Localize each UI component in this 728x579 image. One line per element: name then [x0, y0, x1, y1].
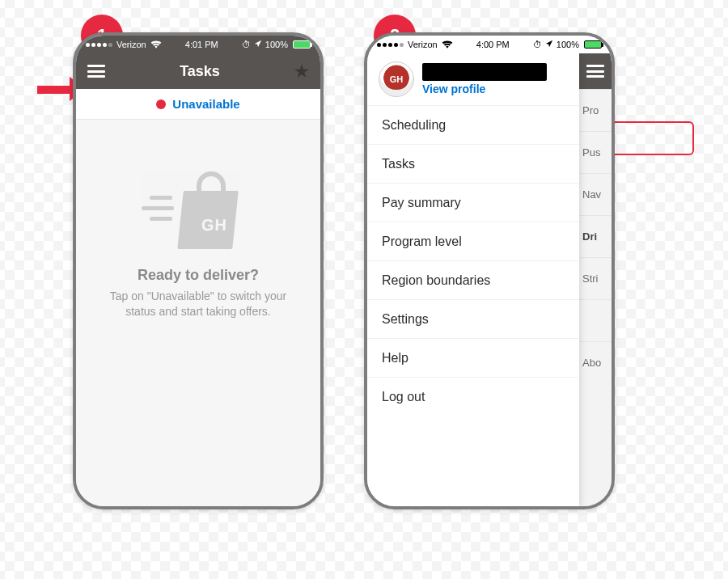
drawer-item-log-out[interactable]: Log out	[367, 377, 579, 416]
bag-illustration-icon: GH	[142, 168, 255, 249]
peek-item: Pro	[579, 89, 612, 131]
hamburger-icon[interactable]	[87, 65, 105, 78]
profile-row[interactable]: GH View profile	[367, 53, 579, 105]
battery-pct: 100%	[557, 40, 579, 49]
signal-icon	[377, 43, 404, 47]
peek-item: Dri	[579, 215, 612, 257]
username-redacted	[422, 63, 547, 81]
carrier-label: Verizon	[408, 40, 438, 49]
phone-drawer-open: Verizon 4:00 PM ⏱ 100% ProPu	[364, 32, 615, 509]
drawer-menu: SchedulingTasksPay summaryProgram levelR…	[367, 105, 579, 416]
drawer-item-help[interactable]: Help	[367, 338, 579, 377]
avatar: GH	[379, 61, 414, 97]
clock: 4:00 PM	[476, 40, 510, 49]
nav-drawer: GH View profile SchedulingTasksPay summa…	[367, 53, 579, 506]
signal-icon	[86, 43, 112, 47]
cta-title: Ready to deliver?	[138, 267, 259, 284]
drawer-item-program-level[interactable]: Program level	[367, 222, 579, 260]
peek-item: Abo	[579, 341, 612, 383]
status-bar: Verizon 4:00 PM ⏱ 100%	[367, 36, 612, 53]
drawer-item-settings[interactable]: Settings	[367, 299, 579, 338]
location-icon	[545, 40, 553, 49]
status-dot-icon	[156, 99, 166, 109]
phone-tasks: Verizon 4:01 PM ⏱ 100% Tasks ★ Unava	[73, 32, 324, 509]
battery-pct: 100%	[265, 40, 288, 49]
star-with-person-icon[interactable]: ★	[294, 61, 309, 81]
status-bar: Verizon 4:01 PM ⏱ 100%	[76, 36, 320, 53]
battery-icon	[293, 40, 311, 49]
page-title: Tasks	[105, 63, 294, 80]
availability-label: Unavailable	[172, 97, 239, 111]
hamburger-icon[interactable]	[586, 65, 604, 78]
app-header: Tasks ★	[76, 53, 320, 89]
peek-item: Stri	[579, 257, 612, 299]
view-profile-link[interactable]: View profile	[422, 82, 547, 95]
tasks-body: GH Ready to deliver? Tap on "Unavailable…	[76, 120, 320, 506]
clock: 4:01 PM	[185, 40, 218, 49]
cta-subtitle: Tap on "Unavailable" to switch your stat…	[99, 289, 298, 319]
drawer-item-region-boundaries[interactable]: Region boundaries	[367, 260, 579, 299]
peek-item: Nav	[579, 173, 612, 215]
alarm-icon: ⏱	[242, 40, 251, 49]
bag-text: GH	[201, 216, 228, 235]
location-icon	[254, 40, 262, 49]
wifi-icon	[150, 40, 162, 50]
avatar-text: GH	[390, 74, 404, 84]
drawer-item-scheduling[interactable]: Scheduling	[367, 105, 579, 144]
drawer-item-tasks[interactable]: Tasks	[367, 144, 579, 183]
peek-item	[579, 299, 612, 341]
drawer-item-pay-summary[interactable]: Pay summary	[367, 183, 579, 222]
alarm-icon: ⏱	[533, 40, 542, 49]
wifi-icon	[442, 40, 453, 50]
main-screen-peek: ProPusNavDriStriAbo	[579, 53, 612, 506]
peek-item: Pus	[579, 131, 612, 173]
battery-icon	[584, 40, 602, 49]
availability-toggle[interactable]: Unavailable	[76, 89, 320, 120]
carrier-label: Verizon	[116, 40, 146, 49]
